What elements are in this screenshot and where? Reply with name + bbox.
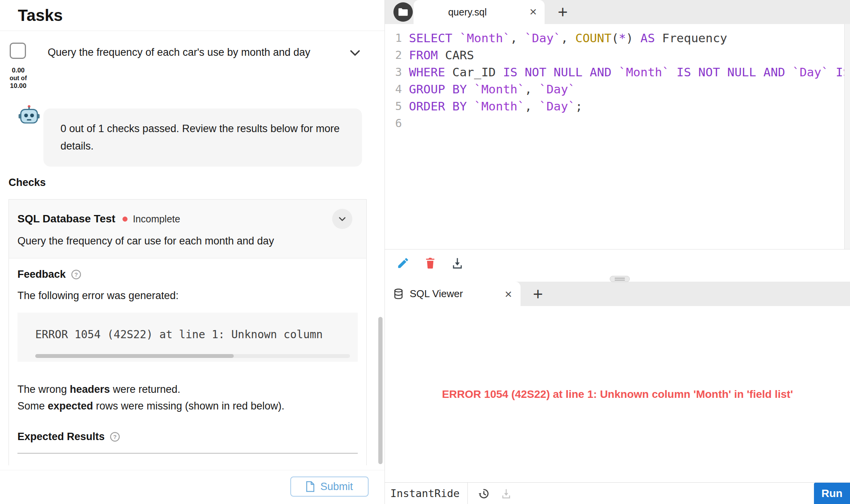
tab-close-icon[interactable]: ×	[529, 5, 537, 18]
error-snippet-block: ERROR 1054 (42S22) at line 1: Unknown co…	[17, 313, 358, 362]
editor-panel: query.sql × + 123456 SELECT `Month`, `Da…	[385, 0, 850, 504]
help-icon[interactable]: ?	[71, 269, 81, 280]
folder-button[interactable]	[393, 2, 413, 22]
code-line[interactable]	[409, 115, 850, 132]
missing-rows-line: Some expected rows were missing (shown i…	[17, 400, 358, 412]
svg-text:?: ?	[113, 434, 117, 440]
tasks-header: Tasks	[0, 0, 384, 31]
edit-button[interactable]	[397, 256, 410, 270]
page-title: Tasks	[18, 6, 63, 25]
pane-splitter-handle[interactable]	[610, 276, 630, 282]
line-number: 1	[385, 29, 402, 46]
history-button[interactable]	[477, 487, 490, 500]
feedback-heading: Feedback	[17, 268, 66, 280]
run-button[interactable]: Run	[814, 483, 850, 504]
editor-gutter: 123456	[385, 29, 402, 132]
score-total: 10.00	[0, 82, 36, 90]
feedback-intro: The following error was generated:	[17, 290, 358, 302]
status-dot	[122, 217, 128, 222]
check-card-body: Feedback ? The following error was gener…	[9, 258, 366, 465]
viewer-new-tab-button[interactable]: +	[533, 282, 543, 306]
document-icon	[306, 481, 315, 492]
check-description: Query the frequency of car use for each …	[17, 235, 358, 247]
trash-icon	[424, 256, 437, 270]
code-line[interactable]: GROUP BY `Month`, `Day`	[409, 81, 850, 98]
submit-label: Submit	[320, 481, 353, 493]
code-line[interactable]: FROM CARS	[409, 46, 850, 64]
tab-title: query.sql	[414, 0, 521, 24]
task-checkbox[interactable]	[10, 43, 26, 59]
query-error-message: ERROR 1054 (42S22) at line 1: Unknown co…	[385, 388, 850, 401]
tab-query-sql[interactable]: query.sql ×	[414, 0, 545, 24]
new-tab-button[interactable]: +	[558, 0, 568, 24]
line-number: 2	[385, 46, 402, 64]
wrong-headers-line: The wrong headers were returned.	[17, 384, 358, 396]
history-icon	[477, 487, 490, 500]
snippet-scrollbar-thumb[interactable]	[35, 354, 234, 358]
database-selector[interactable]: InstantRide	[385, 483, 468, 504]
line-number: 3	[385, 64, 402, 81]
wrong-headers-bold: headers	[70, 384, 110, 395]
download-icon	[451, 256, 464, 270]
line-number: 5	[385, 98, 402, 115]
assistant-robot-icon	[17, 104, 41, 129]
expected-results-heading: Expected Results	[17, 431, 105, 443]
database-icon	[393, 288, 403, 300]
folder-icon	[398, 8, 408, 16]
help-icon[interactable]: ?	[110, 432, 120, 442]
wrong-headers-post: were returned.	[110, 384, 181, 395]
wrong-headers-pre: The wrong	[17, 384, 70, 395]
task-description: Query the frequency of each car's use by…	[48, 44, 319, 61]
score-value: 0.00	[0, 67, 36, 74]
line-number: 4	[385, 81, 402, 98]
checks-heading: Checks	[9, 177, 46, 189]
viewer-tab-title: SQL Viewer	[410, 288, 463, 300]
missing-rows-post: rows were missing (shown in red below).	[93, 400, 284, 412]
expected-results-table-edge	[17, 453, 358, 454]
download-results-button[interactable]	[500, 488, 512, 499]
editor-code[interactable]: SELECT `Month`, `Day`, COUNT(*) AS Frequ…	[409, 29, 850, 132]
task-score: 0.00 out of 10.00	[0, 67, 36, 90]
check-title: SQL Database Test	[17, 213, 116, 225]
assistant-message: 0 out of 1 checks passed. Review the res…	[43, 108, 362, 167]
status-badge: Incomplete	[133, 213, 180, 225]
svg-text:?: ?	[74, 272, 78, 278]
download-query-button[interactable]	[451, 256, 464, 270]
code-line[interactable]: SELECT `Month`, `Day`, COUNT(*) AS Frequ…	[409, 29, 850, 46]
pencil-icon	[397, 256, 410, 270]
snippet-horizontal-scrollbar[interactable]	[35, 354, 350, 358]
check-card: SQL Database Test Incomplete Query the f…	[9, 199, 367, 465]
code-line[interactable]: ORDER BY `Month`, `Day`;	[409, 98, 850, 115]
submit-button[interactable]: Submit	[290, 476, 369, 497]
line-number: 6	[385, 115, 402, 132]
missing-rows-pre: Some	[17, 400, 48, 412]
viewer-close-icon[interactable]: ×	[505, 288, 512, 300]
viewer-bottom-bar: InstantRide Run	[385, 482, 850, 504]
task-chevron-down-icon[interactable]	[348, 46, 362, 61]
download-disabled-icon	[500, 488, 512, 499]
tasks-vertical-scrollbar-thumb[interactable]	[378, 317, 383, 464]
code-editor[interactable]: 123456 SELECT `Month`, `Day`, COUNT(*) A…	[385, 24, 850, 249]
editor-vertical-scrollbar[interactable]	[844, 24, 850, 249]
tab-sql-viewer[interactable]: SQL Viewer ×	[385, 282, 521, 306]
editor-tabbar: query.sql × +	[385, 0, 850, 24]
check-card-header: SQL Database Test Incomplete Query the f…	[9, 200, 366, 258]
viewer-tabbar: SQL Viewer × +	[385, 282, 850, 306]
error-snippet-text: ERROR 1054 (42S22) at line 1: Unknown co…	[35, 328, 350, 341]
query-results-area: ERROR 1054 (42S22) at line 1: Unknown co…	[385, 306, 850, 482]
submit-footer: Submit	[0, 470, 384, 504]
code-line[interactable]: WHERE Car_ID IS NOT NULL AND `Month` IS …	[409, 64, 850, 81]
missing-rows-bold: expected	[48, 400, 93, 412]
editor-toolbar	[385, 249, 850, 276]
score-divider: out of	[0, 74, 36, 82]
tasks-panel: Tasks 0.00 out of 10.00 Query the freque…	[0, 0, 385, 504]
delete-button[interactable]	[424, 256, 437, 270]
check-collapse-button[interactable]	[332, 209, 352, 229]
